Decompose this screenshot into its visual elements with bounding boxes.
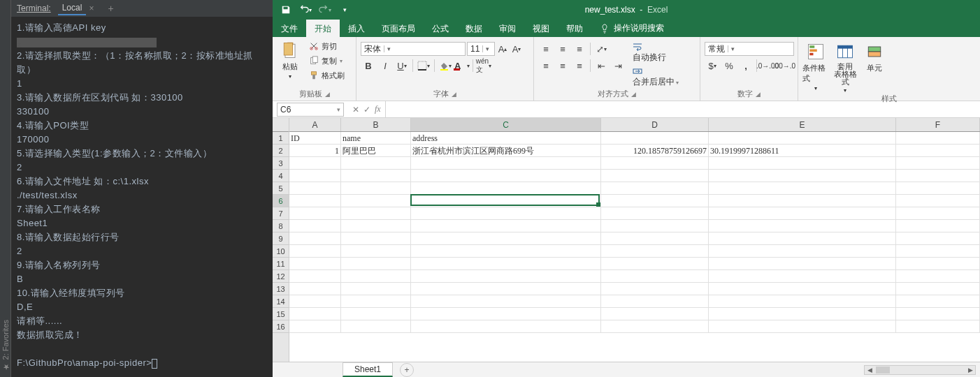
- cell[interactable]: [289, 308, 341, 320]
- cell[interactable]: 120.18578759126697: [601, 145, 709, 157]
- tab-view[interactable]: 视图: [524, 20, 558, 37]
- cell[interactable]: [896, 182, 980, 195]
- cell[interactable]: [709, 295, 896, 308]
- accounting-format-button[interactable]: $▾: [705, 59, 720, 73]
- cell[interactable]: [289, 258, 341, 270]
- cell[interactable]: [601, 258, 709, 270]
- cell[interactable]: [341, 207, 411, 220]
- italic-button[interactable]: I: [377, 59, 393, 73]
- cell[interactable]: ID: [289, 132, 341, 145]
- cell[interactable]: [601, 232, 709, 245]
- align-middle-button[interactable]: ≡: [555, 42, 570, 56]
- font-name-combo[interactable]: 宋体▾: [361, 42, 466, 56]
- cell[interactable]: [411, 270, 601, 283]
- bold-button[interactable]: B: [361, 59, 376, 73]
- cell[interactable]: [601, 195, 709, 207]
- cell[interactable]: [289, 245, 341, 258]
- horizontal-scrollbar[interactable]: ◀ ▶: [864, 365, 976, 375]
- cell[interactable]: [896, 132, 980, 145]
- cell[interactable]: [341, 157, 411, 170]
- enter-formula-icon[interactable]: ✓: [363, 105, 370, 114]
- increase-font-button[interactable]: A▴: [496, 42, 509, 56]
- cell[interactable]: [896, 308, 980, 320]
- comma-format-button[interactable]: ,: [738, 59, 754, 73]
- column-header[interactable]: D: [601, 118, 709, 131]
- conditional-format-button[interactable]: 条件格式▾: [802, 40, 829, 91]
- cell[interactable]: [341, 245, 411, 258]
- cell[interactable]: [601, 283, 709, 295]
- cell[interactable]: [896, 170, 980, 182]
- column-header[interactable]: C: [411, 118, 601, 131]
- terminal-tab-close-icon[interactable]: ×: [89, 3, 94, 13]
- cell[interactable]: [289, 220, 341, 232]
- cell[interactable]: [411, 295, 601, 308]
- terminal-output[interactable]: 1.请输入高德API keyx2.请选择抓取类型：（1：按名称抓取；2：按标准地…: [11, 17, 273, 377]
- terminal-add-tab[interactable]: +: [108, 3, 113, 14]
- cell[interactable]: [896, 295, 980, 308]
- cell[interactable]: [896, 195, 980, 207]
- cell[interactable]: [341, 195, 411, 207]
- cell[interactable]: [709, 308, 896, 320]
- cell[interactable]: [411, 195, 601, 207]
- cell[interactable]: [709, 232, 896, 245]
- fill-color-button[interactable]: ▾: [438, 59, 453, 73]
- row-header[interactable]: 2: [273, 145, 289, 157]
- row-header[interactable]: 4: [273, 170, 289, 182]
- phonetic-button[interactable]: wén文▾: [476, 59, 491, 73]
- wrap-text-button[interactable]: 自动换行: [633, 42, 679, 64]
- format-table-button[interactable]: 套用 表格格式▾: [832, 40, 858, 94]
- column-header[interactable]: A: [289, 118, 341, 131]
- cell[interactable]: [896, 157, 980, 170]
- cell[interactable]: [896, 320, 980, 333]
- decrease-decimal-button[interactable]: .00→.0: [777, 59, 792, 73]
- number-format-combo[interactable]: 常规▾: [705, 42, 794, 56]
- save-icon[interactable]: [277, 1, 295, 18]
- cell[interactable]: [896, 220, 980, 232]
- sheet-tab[interactable]: Sheet1: [343, 362, 393, 377]
- cell[interactable]: 阿里巴巴: [341, 145, 411, 157]
- cell[interactable]: [601, 270, 709, 283]
- cell[interactable]: [709, 170, 896, 182]
- cell[interactable]: [411, 258, 601, 270]
- cell[interactable]: [289, 157, 341, 170]
- cell[interactable]: 1: [289, 145, 341, 157]
- cell[interactable]: [411, 220, 601, 232]
- dialog-launcher-icon[interactable]: ◢: [756, 91, 761, 98]
- cell[interactable]: [896, 270, 980, 283]
- copy-button[interactable]: 复制 ▾: [306, 54, 347, 68]
- add-sheet-button[interactable]: +: [400, 363, 414, 377]
- cell[interactable]: 浙江省杭州市滨江区网商路699号: [411, 145, 601, 157]
- cell[interactable]: [709, 132, 896, 145]
- row-header[interactable]: 12: [273, 270, 289, 283]
- tab-review[interactable]: 审阅: [491, 20, 524, 37]
- align-right-button[interactable]: ≡: [572, 59, 587, 73]
- cell[interactable]: [341, 182, 411, 195]
- row-header[interactable]: 6: [273, 195, 289, 207]
- cell[interactable]: [896, 245, 980, 258]
- align-center-button[interactable]: ≡: [555, 59, 570, 73]
- cell[interactable]: [411, 157, 601, 170]
- cell[interactable]: 30.19199971288611: [709, 145, 896, 157]
- tab-layout[interactable]: 页面布局: [373, 20, 424, 37]
- cell[interactable]: [896, 145, 980, 157]
- cell[interactable]: [709, 207, 896, 220]
- cell[interactable]: [411, 232, 601, 245]
- row-header[interactable]: 1: [273, 132, 289, 145]
- cell[interactable]: [709, 195, 896, 207]
- cell[interactable]: [709, 320, 896, 333]
- cell[interactable]: [341, 258, 411, 270]
- cell[interactable]: [896, 283, 980, 295]
- row-header[interactable]: 14: [273, 295, 289, 308]
- cell[interactable]: [341, 295, 411, 308]
- underline-button[interactable]: U▾: [394, 59, 410, 73]
- row-header[interactable]: 16: [273, 320, 289, 333]
- tab-insert[interactable]: 插入: [340, 20, 373, 37]
- dialog-launcher-icon[interactable]: ◢: [452, 91, 456, 98]
- cell[interactable]: [709, 245, 896, 258]
- cancel-formula-icon[interactable]: ✕: [352, 105, 359, 114]
- cell[interactable]: [601, 157, 709, 170]
- cell[interactable]: [289, 195, 341, 207]
- cell-styles-button[interactable]: 单元: [861, 40, 888, 73]
- tab-home[interactable]: 开始: [306, 20, 340, 37]
- percent-format-button[interactable]: %: [721, 59, 737, 73]
